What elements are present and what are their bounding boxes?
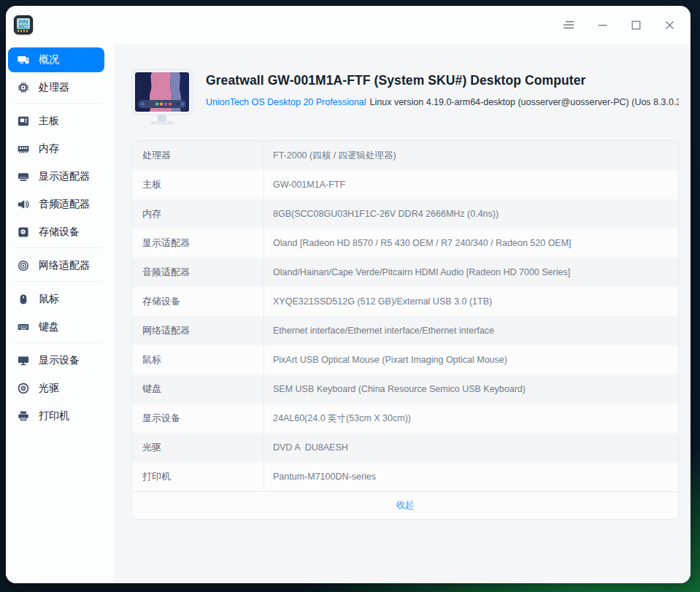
row-label: 存储设备 — [132, 287, 264, 316]
minimize-icon — [598, 20, 607, 30]
maximize-icon — [631, 20, 641, 30]
sidebar-item-display-adapter[interactable]: 显示适配器 — [8, 164, 104, 189]
close-icon — [665, 20, 674, 30]
sidebar-item-label: 鼠标 — [39, 293, 59, 306]
row-value: 24AL60(24.0 英寸(53cm X 30cm)) — [264, 404, 678, 433]
sidebar-item-label: 显示设备 — [39, 354, 80, 367]
mouse-icon — [18, 293, 29, 305]
sidebar-divider — [14, 281, 103, 282]
table-row-motherboard: 主板 GW-001M1A-FTF — [132, 170, 678, 199]
close-button[interactable] — [653, 6, 686, 44]
sidebar-divider — [14, 247, 103, 248]
system-subtitle: UnionTech OS Desktop 20 ProfessionalLinu… — [206, 96, 679, 107]
sidebar-divider — [14, 342, 103, 343]
display-adapter-icon — [18, 171, 29, 182]
minimize-button[interactable] — [585, 6, 619, 44]
sidebar-item-optical-drive[interactable]: 光驱 — [8, 376, 104, 401]
sidebar-item-label: 键盘 — [39, 320, 59, 334]
row-label: 鼠标 — [132, 345, 264, 374]
sidebar-item-motherboard[interactable]: 主板 — [8, 109, 104, 134]
table-row-memory: 内存 8GB(SCC08GU03H1F1C-26V DDR4 2666MHz (… — [132, 199, 678, 228]
sidebar-item-label: 显示适配器 — [39, 170, 90, 183]
window-controls — [552, 6, 691, 44]
row-label: 显示设备 — [132, 404, 264, 433]
hamburger-icon — [563, 20, 574, 29]
optical-drive-icon — [18, 383, 29, 394]
table-row-storage: 存储设备 XYQE321SSD512G (512 GB)/External US… — [132, 287, 678, 316]
printer-icon — [18, 410, 29, 422]
sidebar-item-printer[interactable]: 打印机 — [8, 404, 104, 428]
row-label: 显示适配器 — [132, 228, 264, 258]
row-value: GW-001M1A-FTF — [264, 170, 678, 199]
overview-table: 处理器 FT-2000 (四核 / 四逻辑处理器) 主板 GW-001M1A-F… — [131, 140, 679, 520]
table-row-audio-adapter: 音频适配器 Oland/Hainan/Cape Verde/Pitcairn H… — [132, 258, 678, 287]
table-row-keyboard: 键盘 SEM USB Keyboard (China Resource Semi… — [132, 374, 678, 404]
audio-adapter-icon — [18, 199, 29, 210]
device-manager-window: info — [6, 6, 691, 583]
table-row-network-adapter: 网络适配器 Ethernet interface/Ethernet interf… — [132, 316, 678, 345]
app-icon-label: info — [17, 19, 30, 24]
system-title: Greatwall GW-001M1A-FTF (System SKU#) De… — [206, 73, 679, 88]
row-value: XYQE321SSD512G (512 GB)/External USB 3.0… — [264, 287, 678, 316]
sidebar-item-memory[interactable]: 内存 — [8, 137, 104, 161]
keyboard-icon — [18, 321, 29, 333]
overview-header: Greatwall GW-001M1A-FTF (System SKU#) De… — [131, 69, 679, 127]
app-icon: info — [14, 15, 33, 34]
row-label: 打印机 — [132, 462, 264, 491]
row-label: 主板 — [132, 170, 264, 199]
sidebar-item-display-device[interactable]: 显示设备 — [8, 348, 104, 373]
row-value: Oland [Radeon HD 8570 / R5 430 OEM / R7 … — [264, 228, 678, 258]
cpu-icon — [18, 82, 29, 93]
sidebar-item-label: 网络适配器 — [39, 259, 90, 272]
row-label: 键盘 — [132, 374, 264, 404]
sidebar-item-keyboard[interactable]: 键盘 — [8, 315, 104, 339]
row-value: PixArt USB Optical Mouse (Pixart Imaging… — [264, 345, 678, 374]
row-label: 处理器 — [132, 141, 264, 170]
computer-illustration — [131, 69, 193, 127]
display-device-icon — [18, 355, 29, 366]
sidebar-item-overview[interactable]: 概况 — [8, 47, 104, 72]
overview-content: Greatwall GW-001M1A-FTF (System SKU#) De… — [114, 44, 691, 583]
row-label: 音频适配器 — [132, 258, 264, 287]
row-value: Oland/Hainan/Cape Verde/Pitcairn HDMI Au… — [264, 258, 678, 287]
titlebar: info — [6, 6, 691, 44]
collapse-button[interactable]: 收起 — [396, 499, 415, 512]
os-version-link[interactable]: UnionTech OS Desktop 20 Professional — [206, 97, 366, 107]
sidebar-item-label: 概况 — [39, 53, 59, 66]
table-row-display-adapter: 显示适配器 Oland [Radeon HD 8570 / R5 430 OEM… — [132, 228, 678, 258]
sidebar-item-label: 处理器 — [39, 81, 69, 94]
row-label: 光驱 — [132, 433, 264, 462]
table-row-optical-drive: 光驱 DVD A DU8AESH — [132, 433, 678, 462]
overview-icon — [18, 54, 29, 66]
memory-icon — [18, 143, 29, 155]
row-label: 内存 — [132, 199, 264, 228]
sidebar-item-mouse[interactable]: 鼠标 — [8, 287, 104, 312]
sidebar-item-label: 光驱 — [39, 382, 59, 395]
row-value: Pantum-M7100DN-series — [264, 462, 678, 491]
sidebar-item-network-adapter[interactable]: 网络适配器 — [8, 253, 104, 278]
network-adapter-icon — [18, 260, 29, 272]
sidebar-item-label: 主板 — [39, 115, 59, 128]
row-value: FT-2000 (四核 / 四逻辑处理器) — [264, 141, 678, 170]
table-footer: 收起 — [132, 491, 678, 519]
table-row-mouse: 鼠标 PixArt USB Optical Mouse (Pixart Imag… — [132, 345, 678, 374]
sidebar-divider — [14, 103, 103, 104]
row-value: Ethernet interface/Ethernet interface/Et… — [264, 316, 678, 345]
maximize-button[interactable] — [619, 6, 653, 44]
row-value: SEM USB Keyboard (China Resource Semico … — [264, 374, 678, 404]
row-value: DVD A DU8AESH — [264, 433, 678, 462]
table-row-printer: 打印机 Pantum-M7100DN-series — [132, 462, 678, 491]
storage-icon — [18, 226, 29, 238]
table-row-cpu: 处理器 FT-2000 (四核 / 四逻辑处理器) — [132, 141, 678, 170]
table-row-display-device: 显示设备 24AL60(24.0 英寸(53cm X 30cm)) — [132, 404, 678, 433]
sidebar-item-audio-adapter[interactable]: 音频适配器 — [8, 192, 104, 217]
sidebar-item-storage[interactable]: 存储设备 — [8, 220, 104, 245]
sidebar-item-label: 打印机 — [39, 410, 69, 423]
menu-button[interactable] — [552, 6, 585, 44]
row-value: 8GB(SCC08GU03H1F1C-26V DDR4 2666MHz (0.4… — [264, 199, 678, 228]
motherboard-icon — [18, 115, 29, 127]
sidebar-item-label: 存储设备 — [39, 226, 80, 239]
sidebar-item-cpu[interactable]: 处理器 — [8, 75, 104, 100]
row-label: 网络适配器 — [132, 316, 264, 345]
kernel-info: Linux version 4.19.0-arm64-desktop (uoss… — [370, 97, 679, 107]
